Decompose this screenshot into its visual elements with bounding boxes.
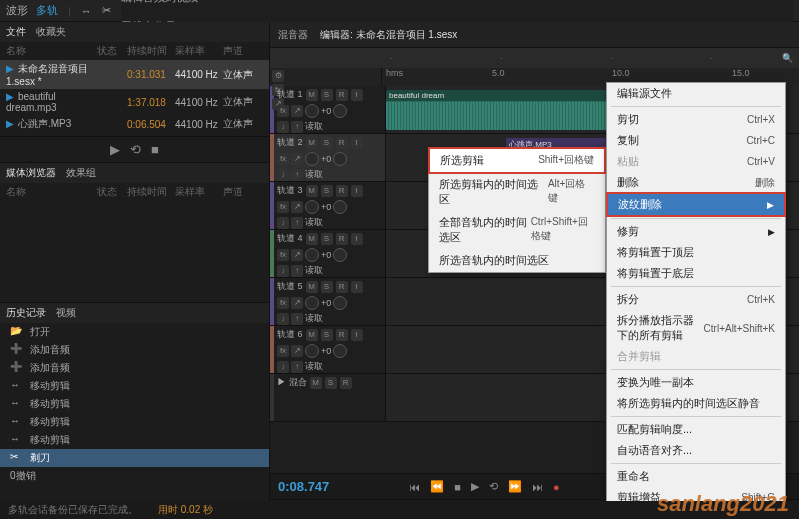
automation-mode[interactable]: 读取 (305, 264, 323, 277)
context-menu-item[interactable]: 将剪辑置于顶层 (607, 242, 785, 263)
arm-record-button[interactable]: R (336, 185, 348, 197)
goto-start-icon[interactable]: ⏮ (409, 481, 420, 493)
goto-end-icon[interactable]: ⏭ (532, 481, 543, 493)
workspace-edit-audio-link[interactable]: 编辑音频到视频 (121, 0, 793, 5)
stop-icon[interactable]: ■ (454, 481, 461, 493)
submenu-item[interactable]: 所选音轨内的时间选区 (429, 249, 605, 272)
history-item[interactable]: ↔移动剪辑 (0, 413, 269, 431)
mode-waveform-tab[interactable]: 波形 (6, 3, 28, 18)
fx-toggle-icon[interactable]: ⚙ (272, 70, 284, 82)
solo-button[interactable]: S (321, 137, 333, 149)
mb-col-name[interactable]: 名称 (6, 185, 97, 199)
editor-tab[interactable]: 编辑器: 未命名混音项目 1.sesx (320, 28, 457, 42)
arm-record-button[interactable]: R (336, 89, 348, 101)
automation-mode[interactable]: 读取 (305, 168, 323, 181)
automation-mode[interactable]: 读取 (305, 312, 323, 325)
rewind-icon[interactable]: ⏪ (430, 480, 444, 493)
mb-col-ch[interactable]: 声道 (223, 185, 263, 199)
loop-play-icon[interactable]: ⟲ (489, 480, 498, 493)
volume-knob[interactable] (305, 296, 319, 310)
pan-knob[interactable] (333, 248, 347, 262)
arm-record-button[interactable]: R (336, 281, 348, 293)
mute-button[interactable]: M (306, 329, 318, 341)
files-tab[interactable]: 文件 (6, 25, 26, 39)
history-tab[interactable]: 历史记录 (6, 306, 46, 320)
history-item[interactable]: ↔移动剪辑 (0, 377, 269, 395)
track-name-label[interactable]: 轨道 2 (277, 136, 303, 149)
file-row[interactable]: ▶心跳声.MP30:06.50444100 Hz立体声 (0, 115, 269, 133)
file-row[interactable]: ▶beautiful dream.mp31:37.01844100 Hz立体声 (0, 89, 269, 115)
mb-col-status[interactable]: 状态 (97, 185, 127, 199)
mute-button[interactable]: M (306, 233, 318, 245)
context-menu-item[interactable]: 剪切Ctrl+X (607, 109, 785, 130)
volume-knob[interactable] (305, 248, 319, 262)
history-item[interactable]: ➕添加音频 (0, 359, 269, 377)
monitor-input-button[interactable]: I (351, 329, 363, 341)
context-menu-item[interactable]: 编辑源文件 (607, 83, 785, 104)
col-channels-header[interactable]: 声道 (223, 44, 263, 58)
tool-razor-icon[interactable]: ✂ (102, 4, 111, 17)
arm-record-button[interactable]: R (336, 329, 348, 341)
mini-stop-icon[interactable]: ■ (151, 142, 159, 157)
arm-record-button[interactable]: R (336, 233, 348, 245)
history-item[interactable]: ✂剃刀 (0, 449, 269, 467)
automation-mode[interactable]: 读取 (305, 120, 323, 133)
context-menu-item[interactable]: 删除删除 (607, 172, 785, 193)
history-item[interactable]: ➕添加音频 (0, 341, 269, 359)
history-item[interactable]: ↔移动剪辑 (0, 395, 269, 413)
track-name-label[interactable]: 轨道 1 (277, 88, 303, 101)
volume-knob[interactable] (305, 344, 319, 358)
submenu-item[interactable]: 所选剪辑Shift+回格键 (428, 147, 606, 174)
play-icon[interactable]: ▶ (471, 480, 479, 493)
mini-loop-icon[interactable]: ⟲ (130, 142, 141, 157)
monitor-input-button[interactable]: I (351, 137, 363, 149)
mute-button[interactable]: M (306, 281, 318, 293)
solo-button[interactable]: S (321, 233, 333, 245)
context-menu-item[interactable]: 修剪▶ (607, 221, 785, 242)
col-status-header[interactable]: 状态 (97, 44, 127, 58)
file-row[interactable]: ▶未命名混音项目 1.sesx *0:31.03144100 Hz立体声 (0, 60, 269, 89)
solo-button[interactable]: S (321, 281, 333, 293)
pan-knob[interactable] (333, 200, 347, 214)
track-name-label[interactable]: 轨道 3 (277, 184, 303, 197)
timecode-display[interactable]: 0:08.747 (278, 479, 329, 494)
context-menu-item[interactable]: 将剪辑置于底层 (607, 263, 785, 284)
context-menu-item[interactable]: 重命名 (607, 466, 785, 487)
mb-col-dur[interactable]: 持续时间 (127, 185, 175, 199)
track-name-label[interactable]: 轨道 5 (277, 280, 303, 293)
favorites-tab[interactable]: 收藏夹 (36, 25, 66, 39)
context-menu-item[interactable]: 将所选剪辑内的时间选区静音 (607, 393, 785, 414)
submenu-item[interactable]: 所选剪辑内的时间选区Alt+回格键 (429, 173, 605, 211)
context-menu-item[interactable]: 拆分Ctrl+K (607, 289, 785, 310)
monitor-input-button[interactable]: I (351, 233, 363, 245)
media-browser-tab[interactable]: 媒体浏览器 (6, 166, 56, 180)
context-menu-item[interactable]: 匹配剪辑响度... (607, 419, 785, 440)
context-menu-item[interactable]: 变换为唯一副本 (607, 372, 785, 393)
context-menu-item[interactable]: 自动语音对齐... (607, 440, 785, 461)
mb-col-sr[interactable]: 采样率 (175, 185, 223, 199)
monitor-input-button[interactable]: I (351, 185, 363, 197)
track-name-label[interactable]: 轨道 4 (277, 232, 303, 245)
solo-button[interactable]: S (321, 329, 333, 341)
volume-knob[interactable] (305, 152, 319, 166)
volume-knob[interactable] (305, 200, 319, 214)
mixer-tab[interactable]: 混音器 (278, 28, 308, 42)
fast-forward-icon[interactable]: ⏩ (508, 480, 522, 493)
pan-knob[interactable] (333, 104, 347, 118)
mute-button[interactable]: M (306, 137, 318, 149)
pan-knob[interactable] (333, 296, 347, 310)
zoom-icon[interactable]: 🔍 (782, 53, 793, 63)
video-tab[interactable]: 视频 (56, 306, 76, 320)
submenu-item[interactable]: 全部音轨内的时间选区Ctrl+Shift+回格键 (429, 211, 605, 249)
arm-record-button[interactable]: R (336, 137, 348, 149)
record-icon[interactable]: ● (553, 481, 560, 493)
tool-move-icon[interactable]: ↔ (81, 5, 92, 17)
context-menu-item[interactable]: 复制Ctrl+C (607, 130, 785, 151)
context-menu-item[interactable]: 拆分播放指示器下的所有剪辑Ctrl+Alt+Shift+K (607, 310, 785, 346)
context-menu-item[interactable]: 波纹删除▶ (606, 192, 786, 217)
pan-knob[interactable] (333, 344, 347, 358)
solo-button[interactable]: S (321, 185, 333, 197)
pan-knob[interactable] (333, 152, 347, 166)
automation-mode[interactable]: 读取 (305, 360, 323, 373)
monitor-input-button[interactable]: I (351, 281, 363, 293)
